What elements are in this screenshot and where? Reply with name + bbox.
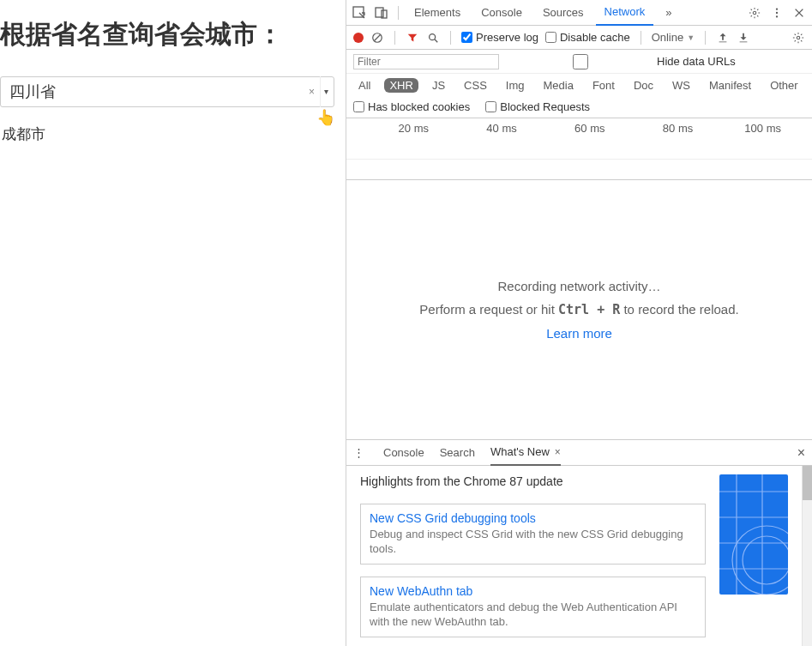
search-icon[interactable] xyxy=(426,31,440,45)
divider xyxy=(450,31,451,45)
svg-point-8 xyxy=(430,33,436,39)
download-icon[interactable] xyxy=(737,31,750,45)
timeline-tick: 100 ms xyxy=(730,122,781,135)
svg-point-4 xyxy=(776,8,778,9)
card-title: New WebAuthn tab xyxy=(370,584,696,598)
province-select[interactable]: 四川省 × ▾ xyxy=(0,76,334,107)
blocked-requests-label: Blocked Requests xyxy=(500,100,590,113)
type-img[interactable]: Img xyxy=(501,78,530,93)
whatsnew-card[interactable]: New WebAuthn tab Emulate authenticators … xyxy=(360,577,706,637)
type-ws[interactable]: WS xyxy=(667,78,695,93)
divider xyxy=(641,31,641,45)
type-manifest[interactable]: Manifest xyxy=(704,78,756,93)
drawer-tabbar: ⋮ Console Search What's New× × xyxy=(346,440,812,466)
tab-sources[interactable]: Sources xyxy=(534,0,592,26)
drawer-tab-console[interactable]: Console xyxy=(383,440,424,466)
divider xyxy=(705,31,706,45)
scrollbar[interactable] xyxy=(802,466,812,646)
network-settings-icon[interactable] xyxy=(791,31,805,45)
drawer-tab-whatsnew[interactable]: What's New× xyxy=(490,440,561,466)
upload-icon[interactable] xyxy=(716,31,730,45)
tab-elements[interactable]: Elements xyxy=(406,0,469,26)
devtools-drawer: ⋮ Console Search What's New× × Highlight… xyxy=(346,439,812,646)
recording-status: Recording network activity… xyxy=(497,279,660,293)
type-css[interactable]: CSS xyxy=(459,78,492,93)
type-doc[interactable]: Doc xyxy=(629,78,659,93)
svg-point-6 xyxy=(776,15,778,17)
learn-more-link[interactable]: Learn more xyxy=(546,326,612,341)
shortcut-key: Ctrl + R xyxy=(558,302,620,317)
drawer-tab-search[interactable]: Search xyxy=(440,440,475,466)
tab-network[interactable]: Network xyxy=(596,0,654,26)
capital-result: 成都市 xyxy=(2,124,346,144)
timeline-tick: 20 ms xyxy=(377,122,429,135)
kebab-menu-icon[interactable]: ⋮ xyxy=(353,446,364,459)
svg-point-9 xyxy=(797,36,800,39)
disable-cache-checkbox[interactable]: Disable cache xyxy=(545,31,630,44)
close-tab-icon[interactable]: × xyxy=(555,446,561,458)
type-other[interactable]: Other xyxy=(765,78,803,93)
devtools-tabbar: Elements Console Sources Network » xyxy=(346,0,812,26)
clear-icon[interactable] xyxy=(370,31,384,45)
timeline-tick: 80 ms xyxy=(641,122,693,135)
close-devtools-icon[interactable] xyxy=(790,3,809,22)
throttle-value: Online xyxy=(652,31,684,44)
close-drawer-icon[interactable]: × xyxy=(797,445,805,461)
kebab-menu-icon[interactable] xyxy=(767,3,786,22)
network-toolbar: Preserve log Disable cache Online▼ xyxy=(346,26,812,50)
hide-data-urls-checkbox[interactable]: Hide data URLs xyxy=(508,54,736,69)
card-title: New CSS Grid debugging tools xyxy=(370,511,696,525)
block-bar: Has blocked cookies Blocked Requests xyxy=(346,96,812,118)
timeline-tick: 60 ms xyxy=(554,122,605,135)
svg-point-3 xyxy=(753,11,756,15)
card-desc: Debug and inspect CSS Grid with the new … xyxy=(370,528,696,557)
whatsnew-card[interactable]: New CSS Grid debugging tools Debug and i… xyxy=(360,504,706,564)
type-font[interactable]: Font xyxy=(587,78,620,93)
promo-graphic xyxy=(719,474,788,595)
chevron-down-icon: ▼ xyxy=(687,33,695,42)
request-type-bar: All XHR JS CSS Img Media Font Doc WS Man… xyxy=(346,74,812,96)
more-tabs-icon[interactable]: » xyxy=(657,0,680,26)
filter-icon[interactable] xyxy=(406,31,419,45)
device-toggle-icon[interactable] xyxy=(372,3,391,22)
network-timeline[interactable]: 20 ms 40 ms 60 ms 80 ms 100 ms xyxy=(346,118,812,180)
disable-cache-label: Disable cache xyxy=(560,31,630,44)
svg-point-11 xyxy=(732,526,788,595)
page-title: 根据省名查询省会城市： xyxy=(0,17,346,51)
highlights-title: Highlights from the Chrome 87 update xyxy=(360,474,706,488)
app-pane: 根据省名查询省会城市： 四川省 × ▾ 👆 成都市 xyxy=(0,0,346,646)
svg-point-5 xyxy=(776,11,778,13)
type-all[interactable]: All xyxy=(353,78,376,93)
timeline-tick: 40 ms xyxy=(466,122,517,135)
chevron-down-icon[interactable]: ▾ xyxy=(320,76,334,107)
blocked-cookies-checkbox[interactable]: Has blocked cookies xyxy=(353,100,470,113)
recording-hint: Perform a request or hit Ctrl + R to rec… xyxy=(419,302,738,317)
divider xyxy=(394,31,395,45)
blocked-requests-checkbox[interactable]: Blocked Requests xyxy=(485,100,590,113)
hide-data-urls-label: Hide data URLs xyxy=(657,55,736,68)
inspect-icon[interactable] xyxy=(350,3,369,22)
filter-input[interactable] xyxy=(353,54,499,69)
whatsnew-body: Highlights from the Chrome 87 update New… xyxy=(346,466,802,646)
divider xyxy=(398,6,399,20)
filter-bar: Hide data URLs xyxy=(346,50,812,74)
province-select-value: 四川省 xyxy=(9,82,304,102)
card-desc: Emulate authenticators and debug the Web… xyxy=(370,601,696,630)
network-empty-state: Recording network activity… Perform a re… xyxy=(346,180,812,439)
devtools-panel: Elements Console Sources Network » Prese… xyxy=(346,0,812,646)
record-icon[interactable] xyxy=(353,33,364,43)
throttle-select[interactable]: Online▼ xyxy=(652,31,695,44)
gear-icon[interactable] xyxy=(745,3,764,22)
tab-console[interactable]: Console xyxy=(472,0,531,26)
preserve-log-label: Preserve log xyxy=(476,31,538,44)
type-js[interactable]: JS xyxy=(427,78,450,93)
blocked-cookies-label: Has blocked cookies xyxy=(368,100,470,113)
clear-icon[interactable]: × xyxy=(304,86,320,98)
preserve-log-checkbox[interactable]: Preserve log xyxy=(461,31,538,44)
type-media[interactable]: Media xyxy=(538,78,578,93)
scrollbar-thumb[interactable] xyxy=(803,466,812,500)
type-xhr[interactable]: XHR xyxy=(384,78,418,93)
